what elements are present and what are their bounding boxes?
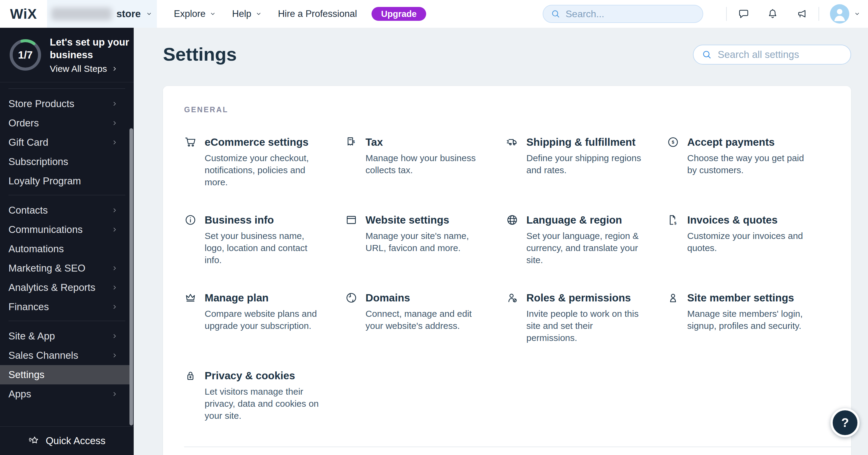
upgrade-button[interactable]: Upgrade xyxy=(372,7,427,21)
setting-title: Tax xyxy=(366,135,485,149)
account-menu[interactable] xyxy=(830,4,861,24)
search-icon xyxy=(551,9,561,19)
chevron-right-icon xyxy=(111,65,119,73)
search-icon xyxy=(702,49,712,60)
sidebar-menu: Store Products Orders Gift Card Subscrip… xyxy=(0,83,134,426)
chevron-right-icon xyxy=(111,206,119,214)
chevron-down-icon xyxy=(854,10,861,18)
setting-item-privacy-cookies[interactable]: Privacy & cookies Let visitors manage th… xyxy=(184,369,345,447)
setting-item-tax[interactable]: Tax Manage how your business collects ta… xyxy=(345,135,506,213)
sidebar-item-loyalty-program[interactable]: Loyalty Program xyxy=(0,171,134,191)
setting-description: Let visitors manage their privacy, data … xyxy=(205,386,324,422)
settings-search-input[interactable] xyxy=(718,49,843,60)
help-button[interactable]: ? xyxy=(831,408,860,437)
setting-description: Customize your checkout, notifications, … xyxy=(205,152,324,188)
sidebar-item-orders[interactable]: Orders xyxy=(0,113,134,133)
settings-card: GENERAL eCommerce settings Customize you… xyxy=(163,86,851,455)
avatar xyxy=(830,4,849,24)
chevron-right-icon xyxy=(111,119,119,127)
invoice-icon xyxy=(667,214,679,226)
sidebar-item-label: Automations xyxy=(8,243,64,255)
planet-icon xyxy=(345,291,358,304)
setting-title: Accept payments xyxy=(687,135,806,149)
sidebar-divider xyxy=(8,321,125,321)
sidebar-item-settings[interactable]: Settings xyxy=(0,365,130,384)
setting-item-language-region[interactable]: Language & region Set your language, reg… xyxy=(506,213,667,291)
sidebar-item-label: Apps xyxy=(8,388,31,400)
wix-logo[interactable]: WiX xyxy=(0,6,47,22)
setting-item-ecommerce-settings[interactable]: eCommerce settings Customize your checko… xyxy=(184,135,345,213)
setting-title: Website settings xyxy=(366,213,485,227)
topbar-search-input[interactable] xyxy=(566,8,695,20)
sidebar-item-marketing-seo[interactable]: Marketing & SEO xyxy=(0,259,134,278)
chat-icon[interactable] xyxy=(738,8,750,20)
view-all-steps-link[interactable]: View All Steps xyxy=(50,64,131,74)
setting-title: Business info xyxy=(205,213,324,227)
sidebar-scrollbar[interactable] xyxy=(129,128,133,425)
sidebar-item-communications[interactable]: Communications xyxy=(0,220,134,239)
setting-description: Compare website plans and upgrade your s… xyxy=(205,308,324,332)
settings-search[interactable] xyxy=(693,45,851,65)
notifications-bell-icon[interactable] xyxy=(767,8,779,20)
sidebar-item-label: Marketing & SEO xyxy=(8,262,85,274)
setting-item-roles-permissions[interactable]: Roles & permissions Invite people to wor… xyxy=(506,291,667,369)
setting-item-shipping-fulfillment[interactable]: Shipping & fulfillment Define your shipp… xyxy=(506,135,667,213)
quick-access-button[interactable]: Quick Access xyxy=(0,426,134,455)
setting-description: Set your business name, logo, location a… xyxy=(205,230,324,266)
setting-title: Roles & permissions xyxy=(526,291,646,305)
sidebar-item-automations[interactable]: Automations xyxy=(0,239,134,259)
setting-title: Site member settings xyxy=(687,291,806,305)
chevron-right-icon xyxy=(111,390,119,398)
sidebar-item-finances[interactable]: Finances xyxy=(0,297,134,317)
chevron-down-icon xyxy=(146,10,153,18)
setting-description: Manage how your business collects tax. xyxy=(366,152,485,176)
quick-access-label: Quick Access xyxy=(45,435,105,447)
dollar-circle-icon xyxy=(667,136,679,149)
sidebar-item-label: Settings xyxy=(8,369,44,381)
setting-description: Set your language, region & currency, an… xyxy=(526,230,646,266)
section-divider xyxy=(184,447,851,447)
announcements-megaphone-icon[interactable] xyxy=(796,8,808,20)
hire-a-professional-link[interactable]: Hire a Professional xyxy=(278,8,357,19)
sidebar-item-analytics-reports[interactable]: Analytics & Reports xyxy=(0,278,134,297)
setting-item-site-member-settings[interactable]: Site member settings Manage site members… xyxy=(667,291,828,369)
setting-item-business-info[interactable]: Business info Set your business name, lo… xyxy=(184,213,345,291)
setting-item-accept-payments[interactable]: Accept payments Choose the way you get p… xyxy=(667,135,828,213)
topbar-divider xyxy=(726,7,727,21)
setting-item-manage-plan[interactable]: Manage plan Compare website plans and up… xyxy=(184,291,345,369)
setting-item-website-settings[interactable]: Website settings Manage your site's name… xyxy=(345,213,506,291)
top-bar: WiX store Explore Help Hire a Profession… xyxy=(0,0,868,28)
setup-widget[interactable]: 1/7 Let's set up your business View All … xyxy=(0,28,134,83)
setting-description: Define your shipping regions and rates. xyxy=(526,152,646,176)
chevron-right-icon xyxy=(111,138,119,147)
hire-a-professional-label: Hire a Professional xyxy=(278,8,357,19)
setting-description: Manage your site's name, URL, favicon an… xyxy=(366,230,485,254)
setting-description: Choose the way you get paid by customers… xyxy=(687,152,806,176)
sidebar-item-apps[interactable]: Apps xyxy=(0,384,134,404)
sidebar-item-label: Finances xyxy=(8,301,49,313)
crown-icon xyxy=(184,291,197,304)
topbar-search[interactable] xyxy=(542,5,703,23)
sidebar-item-site-app[interactable]: Site & App xyxy=(0,326,134,346)
setting-title: Invoices & quotes xyxy=(687,213,806,227)
truck-icon xyxy=(506,136,519,149)
sidebar-item-sales-channels[interactable]: Sales Channels xyxy=(0,346,134,365)
site-selector[interactable]: store xyxy=(47,0,157,28)
explore-menu[interactable]: Explore xyxy=(174,8,216,19)
site-tab-label: store xyxy=(117,8,141,20)
sidebar-item-store-products[interactable]: Store Products xyxy=(0,94,134,113)
setting-description: Customize your invoices and quotes. xyxy=(687,230,806,254)
sidebar-item-label: Site & App xyxy=(8,330,55,342)
help-label: Help xyxy=(232,8,251,19)
setup-progress-label: 1/7 xyxy=(9,38,42,71)
setting-item-invoices-quotes[interactable]: Invoices & quotes Customize your invoice… xyxy=(667,213,828,291)
help-menu[interactable]: Help xyxy=(232,8,262,19)
sidebar-item-gift-card[interactable]: Gift Card xyxy=(0,133,134,152)
sidebar-item-contacts[interactable]: Contacts xyxy=(0,201,134,220)
chevron-right-icon xyxy=(111,332,119,340)
sidebar-item-subscriptions[interactable]: Subscriptions xyxy=(0,152,134,171)
view-all-steps-label: View All Steps xyxy=(50,64,107,74)
sidebar-item-label: Gift Card xyxy=(8,137,48,148)
setting-title: Language & region xyxy=(526,213,646,227)
setting-item-domains[interactable]: Domains Connect, manage and edit your we… xyxy=(345,291,506,369)
